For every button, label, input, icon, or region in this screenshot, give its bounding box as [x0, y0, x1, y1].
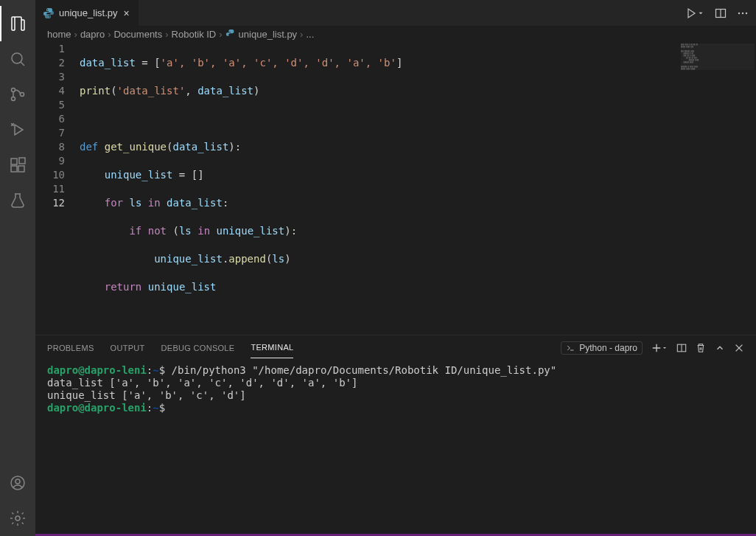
tab-problems[interactable]: PROBLEMS	[47, 338, 94, 358]
testing-icon[interactable]	[0, 183, 35, 218]
search-icon[interactable]	[0, 41, 35, 77]
settings-gear-icon[interactable]	[0, 501, 35, 536]
run-debug-icon[interactable]	[0, 112, 35, 147]
python-file-icon	[43, 7, 55, 19]
breadcrumb-item[interactable]: dapro	[80, 29, 105, 40]
source-control-icon[interactable]	[0, 77, 35, 112]
panel-tabs: PROBLEMS OUTPUT DEBUG CONSOLE TERMINAL P…	[35, 335, 756, 360]
close-icon[interactable]: ×	[122, 7, 131, 19]
svg-point-15	[746, 12, 747, 13]
close-panel-icon[interactable]	[734, 343, 744, 353]
explorer-icon[interactable]	[0, 6, 35, 41]
svg-point-0	[12, 53, 22, 63]
breadcrumb-item[interactable]: Robotik ID	[172, 29, 217, 40]
terminal-picker[interactable]: Python - dapro	[561, 341, 643, 355]
svg-rect-8	[19, 158, 25, 164]
tab-output[interactable]: OUTPUT	[111, 338, 145, 358]
svg-rect-7	[18, 166, 24, 172]
code-content[interactable]: data_list = ['a', 'b', 'a', 'c', 'd', 'd…	[80, 42, 756, 335]
new-terminal-icon[interactable]	[651, 343, 668, 353]
svg-point-2	[12, 97, 15, 101]
svg-rect-6	[11, 166, 17, 172]
breadcrumb: home› dapro› Documents› Robotik ID› uniq…	[35, 26, 756, 42]
activity-bar	[0, 0, 35, 536]
breadcrumb-item[interactable]: ...	[306, 29, 314, 40]
minimap[interactable]: ████ ███ █ ██ ██ ██ █████ ████ ███ ███ █…	[681, 43, 755, 80]
bottom-panel: PROBLEMS OUTPUT DEBUG CONSOLE TERMINAL P…	[35, 335, 756, 534]
breadcrumb-item[interactable]: unique_list.py	[225, 29, 298, 40]
accounts-icon[interactable]	[0, 465, 35, 501]
tab-debug-console[interactable]: DEBUG CONSOLE	[161, 338, 235, 358]
extensions-icon[interactable]	[0, 147, 35, 183]
run-button[interactable]	[685, 7, 704, 19]
svg-point-10	[15, 479, 20, 484]
tab-terminal[interactable]: TERMINAL	[251, 337, 293, 358]
svg-point-1	[12, 88, 15, 92]
line-gutter: 1 2 3 4 5 6 7 8 9 10 11 12	[35, 42, 80, 335]
tab-unique-list[interactable]: unique_list.py ×	[35, 0, 139, 26]
svg-rect-5	[11, 159, 17, 164]
kill-terminal-icon[interactable]	[696, 343, 706, 353]
breadcrumb-item[interactable]: Documents	[113, 29, 162, 40]
tabs-bar: unique_list.py ×	[35, 0, 756, 26]
svg-point-13	[738, 12, 740, 13]
maximize-panel-icon[interactable]	[715, 343, 725, 353]
panel-actions: Python - dapro	[561, 341, 744, 355]
split-terminal-icon[interactable]	[676, 343, 687, 353]
tab-label: unique_list.py	[59, 7, 118, 18]
svg-point-11	[15, 516, 20, 521]
breadcrumb-item[interactable]: home	[47, 29, 71, 40]
main-area: unique_list.py × home› dapro› Documents›…	[35, 0, 756, 536]
terminal-content[interactable]: dapro@dapro-leni:~$ /bin/python3 "/home/…	[35, 360, 756, 534]
split-editor-icon[interactable]	[715, 7, 727, 19]
editor-actions	[685, 0, 756, 26]
more-actions-icon[interactable]	[737, 7, 749, 19]
svg-point-14	[742, 12, 743, 13]
code-editor[interactable]: 1 2 3 4 5 6 7 8 9 10 11 12 data_list = […	[35, 42, 756, 335]
